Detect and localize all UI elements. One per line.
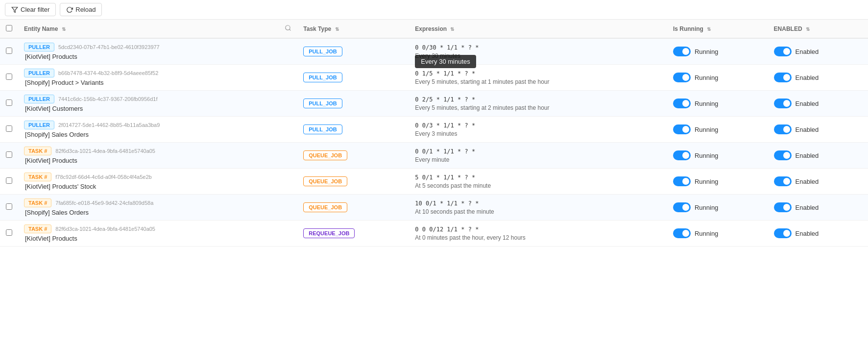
- task-type-cell: PULL_JOB: [297, 65, 409, 91]
- reload-button[interactable]: Reload: [60, 3, 102, 16]
- tag-task[interactable]: TASK #: [24, 224, 51, 233]
- human-readable-expression: Every 5 minutes, starting at 2 minutes p…: [415, 104, 661, 111]
- job-tag-pull[interactable]: PULL_JOB: [303, 73, 342, 82]
- running-toggle[interactable]: [673, 228, 691, 238]
- tag-task[interactable]: TASK #: [24, 173, 51, 181]
- row-checkbox-cell: [0, 169, 18, 195]
- header-enabled[interactable]: ENABLED ⇅: [768, 20, 868, 38]
- enabled-toggle[interactable]: [774, 73, 792, 82]
- tag-task[interactable]: TASK #: [24, 198, 51, 207]
- row-select-checkbox[interactable]: [6, 48, 12, 54]
- enabled-label: Enabled: [796, 126, 819, 133]
- cron-expression: 5 0/1 * 1/1 * ? *: [415, 174, 661, 181]
- enabled-toggle[interactable]: [774, 150, 792, 160]
- select-all-checkbox[interactable]: [6, 25, 12, 31]
- human-readable-expression: Every 30 minutes: [415, 52, 661, 59]
- expression-cell: 5 0/1 * 1/1 * ? *At 5 seconds past the m…: [409, 169, 667, 195]
- cron-expression: 0 0/3 * 1/1 * ? *: [415, 122, 661, 129]
- job-tag-queue[interactable]: QUEUE_JOB: [303, 176, 347, 186]
- header-expression[interactable]: Expression ⇅: [409, 20, 667, 38]
- running-toggle[interactable]: [673, 202, 691, 212]
- row-select-checkbox[interactable]: [6, 177, 12, 184]
- running-label: Running: [695, 230, 718, 237]
- row-select-checkbox[interactable]: [6, 125, 12, 132]
- entity-label: [KiotViet] Products: [24, 53, 273, 60]
- search-spacer: [279, 91, 297, 117]
- human-readable-expression: At 5 seconds past the minute: [415, 182, 661, 189]
- running-toggle[interactable]: [673, 73, 691, 82]
- row-select-checkbox[interactable]: [6, 229, 12, 236]
- table-header-row: Entity Name ⇅ Task Type ⇅ Expression: [0, 20, 868, 38]
- row-select-checkbox[interactable]: [6, 203, 12, 210]
- cron-expression: 0 0/30 * 1/1 * ? *: [415, 44, 661, 51]
- enabled-toggle[interactable]: [774, 99, 792, 108]
- header-task-type[interactable]: Task Type ⇅: [297, 20, 409, 38]
- sort-icon-task-type: ⇅: [335, 26, 339, 32]
- row-select-checkbox[interactable]: [6, 74, 12, 80]
- human-readable-expression: Every 3 minutes: [415, 130, 661, 137]
- job-tag-pull[interactable]: PULL_JOB: [303, 99, 342, 108]
- expression-cell: 0 1/5 * 1/1 * ? *Every 5 minutes, starti…: [409, 65, 667, 91]
- entity-label: [KiotViet] Products' Stock: [24, 183, 273, 190]
- running-toggle[interactable]: [673, 150, 691, 160]
- row-select-checkbox[interactable]: [6, 151, 12, 158]
- running-toggle[interactable]: [673, 99, 691, 108]
- running-label: Running: [695, 204, 718, 211]
- header-is-running[interactable]: Is Running ⇅: [667, 20, 768, 38]
- tag-puller[interactable]: PULLER: [24, 121, 54, 129]
- sort-icon-entity: ⇅: [62, 26, 66, 32]
- sort-icon-enabled: ⇅: [806, 26, 810, 32]
- sort-icon-running: ⇅: [707, 26, 711, 32]
- is-running-cell: Running: [667, 65, 768, 91]
- cron-expression: 0 0 0/12 1/1 * ? *: [415, 226, 661, 233]
- enabled-toggle[interactable]: [774, 47, 792, 56]
- task-type-cell: QUEUE_JOB: [297, 169, 409, 195]
- job-tag-queue[interactable]: QUEUE_JOB: [303, 150, 347, 160]
- cron-expression: 0 0/1 * 1/1 * ? *: [415, 148, 661, 155]
- running-toggle[interactable]: [673, 47, 691, 56]
- tag-task[interactable]: TASK #: [24, 147, 51, 155]
- task-type-cell: PULL_JOB: [297, 91, 409, 117]
- expression-cell: 10 0/1 * 1/1 * ? *At 10 seconds past the…: [409, 195, 667, 221]
- uuid-label: f78c92df-66d4-4c6d-a0f4-058c4f4a5e2b: [55, 174, 151, 180]
- entity-name-cell: PULLERb66b7478-4374-4b32-b8f9-5d4aeee85f…: [18, 65, 279, 91]
- uuid-label: b66b7478-4374-4b32-b8f9-5d4aeee85f52: [58, 70, 158, 76]
- search-spacer: [279, 65, 297, 91]
- entity-name-cell: PULLER7441c6dc-156b-4c37-9367-206fb0956d…: [18, 91, 279, 117]
- enabled-toggle[interactable]: [774, 124, 792, 134]
- enabled-toggle[interactable]: [774, 202, 792, 212]
- clear-filter-button[interactable]: Clear filter: [5, 3, 56, 16]
- is-running-cell: Running: [667, 169, 768, 195]
- running-toggle[interactable]: [673, 176, 691, 186]
- running-label: Running: [695, 178, 718, 185]
- entity-label: [Shopify] Sales Orders: [24, 131, 273, 138]
- entity-name-cell: TASK #7fa685fc-e018-45e9-9d42-24cfa809d5…: [18, 195, 279, 221]
- is-running-cell: Running: [667, 91, 768, 117]
- tag-puller[interactable]: PULLER: [24, 43, 54, 51]
- job-tag-requeue[interactable]: REQUEUE_JOB: [303, 228, 355, 238]
- job-tag-queue[interactable]: QUEUE_JOB: [303, 202, 347, 212]
- header-entity-name[interactable]: Entity Name ⇅: [18, 20, 279, 38]
- job-tag-pull[interactable]: PULL_JOB: [303, 124, 342, 134]
- tag-puller[interactable]: PULLER: [24, 95, 54, 103]
- entity-label: [KiotViet] Products: [24, 235, 273, 242]
- enabled-toggle[interactable]: [774, 228, 792, 238]
- enabled-label: Enabled: [796, 100, 819, 107]
- running-toggle[interactable]: [673, 124, 691, 134]
- uuid-label: 5dcd2340-07b7-47b1-be02-4610f3923977: [58, 44, 160, 50]
- enabled-label: Enabled: [796, 152, 819, 159]
- tag-puller[interactable]: PULLER: [24, 69, 54, 77]
- expression-cell: 0 0/1 * 1/1 * ? *Every minute: [409, 143, 667, 169]
- row-select-checkbox[interactable]: [6, 99, 12, 106]
- main-table-container: Entity Name ⇅ Task Type ⇅ Expression: [0, 20, 868, 247]
- uuid-label: 82f6d3ca-1021-4dea-9bfa-6481e5740a05: [55, 226, 155, 232]
- running-label: Running: [695, 48, 718, 55]
- is-running-cell: Running: [667, 143, 768, 169]
- search-icon[interactable]: [285, 26, 291, 33]
- entity-name-cell: PULLER5dcd2340-07b7-47b1-be02-4610f39239…: [18, 38, 279, 65]
- is-running-cell: Running: [667, 38, 768, 65]
- enabled-toggle[interactable]: [774, 176, 792, 186]
- enabled-cell: Enabled: [768, 65, 868, 91]
- human-readable-expression: At 0 minutes past the hour, every 12 hou…: [415, 234, 661, 241]
- job-tag-pull[interactable]: PULL_JOB: [303, 47, 342, 56]
